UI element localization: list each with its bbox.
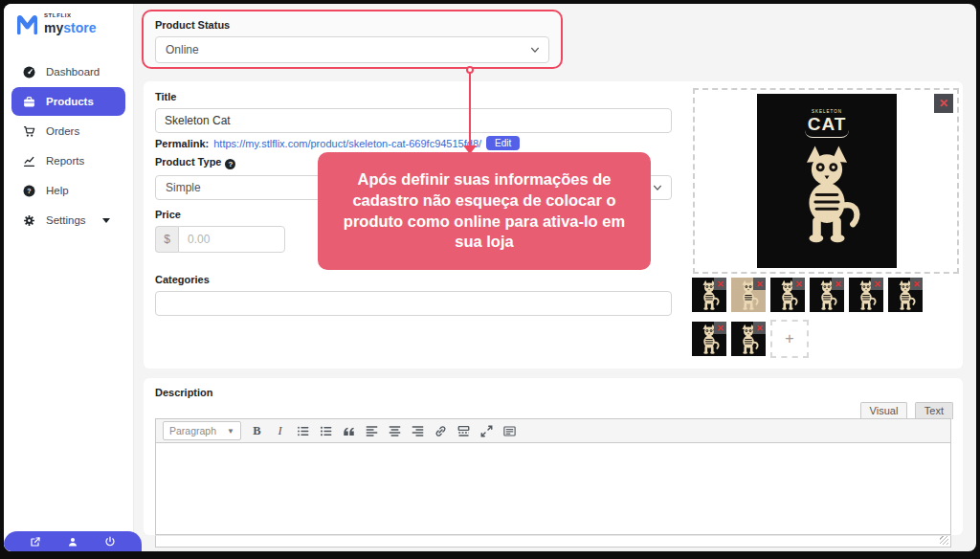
thumbnail-6[interactable]: ✕: [888, 278, 923, 312]
onboarding-callout: Após definir suas informações de cadastr…: [318, 152, 651, 270]
brand-name: mystore: [44, 20, 96, 35]
align-left-icon[interactable]: [365, 424, 379, 438]
remove-thumbnail-icon[interactable]: ✕: [753, 322, 766, 334]
sidebar-item-label: Products: [46, 96, 94, 107]
align-right-icon[interactable]: [411, 424, 425, 438]
remove-thumbnail-icon[interactable]: ✕: [910, 278, 923, 290]
edit-permalink-button[interactable]: Edit: [486, 136, 520, 150]
image-caption-big: CAT: [805, 114, 850, 138]
title-label: Title: [155, 91, 672, 102]
product-status-label: Product Status: [155, 19, 549, 31]
editor-tabs: Visual Text: [858, 401, 953, 419]
link-icon[interactable]: [434, 424, 448, 438]
remove-thumbnail-icon[interactable]: ✕: [792, 278, 805, 290]
sidebar-item-products[interactable]: Products: [11, 87, 125, 116]
price-group: $: [155, 226, 285, 253]
sidebar-item-dashboard[interactable]: Dashboard: [11, 57, 125, 86]
tab-text[interactable]: Text: [915, 402, 953, 419]
sidebar-item-label: Settings: [46, 214, 86, 226]
editor-statusbar: [155, 535, 951, 548]
thumbnail-2[interactable]: ✕: [731, 278, 766, 312]
main-image-frame: SKELETON CAT ✕: [693, 88, 959, 274]
chevron-down-icon: [530, 45, 540, 55]
remove-thumbnail-icon[interactable]: ✕: [753, 278, 766, 290]
categories-label: Categories: [155, 274, 672, 285]
toolbar-toggle-icon[interactable]: [502, 424, 517, 438]
currency-symbol: $: [155, 226, 178, 253]
price-label: Price: [155, 209, 285, 220]
reports-icon: [23, 155, 35, 168]
price-input[interactable]: [178, 226, 285, 253]
add-image-button[interactable]: +: [770, 320, 809, 358]
app-window: STLFLIX mystore Dashboard Products Order…: [4, 4, 976, 551]
tab-visual[interactable]: Visual: [860, 402, 908, 419]
description-textarea[interactable]: [155, 443, 951, 535]
categories-input[interactable]: [155, 291, 672, 316]
remove-thumbnail-icon[interactable]: ✕: [714, 322, 726, 334]
thumbnail-1[interactable]: ✕: [692, 278, 726, 312]
permalink-label: Permalink:: [155, 138, 209, 149]
sidebar-item-orders[interactable]: Orders: [11, 117, 125, 145]
permalink-link[interactable]: https://my.stlflix.com/product/skeleton-…: [213, 138, 481, 149]
user-icon[interactable]: [67, 536, 78, 548]
product-status-select[interactable]: Online: [155, 36, 549, 63]
power-icon[interactable]: [104, 536, 116, 548]
thumbnail-7[interactable]: ✕: [692, 322, 726, 356]
mystore-m-logo-icon: [15, 13, 39, 35]
sidebar-nav: Dashboard Products Orders Reports ? Help…: [11, 57, 125, 235]
sidebar-item-label: Orders: [46, 125, 79, 137]
main-product-image: SKELETON CAT: [757, 94, 897, 268]
session-toolbar: [4, 531, 142, 551]
remove-thumbnail-icon[interactable]: ✕: [871, 278, 883, 290]
editor-toolbar: Paragraph ▼ B I: [155, 418, 951, 443]
thumbnail-8[interactable]: ✕: [731, 322, 766, 356]
title-input[interactable]: [155, 108, 672, 133]
remove-thumbnail-icon[interactable]: ✕: [714, 278, 726, 290]
brand-stlflix: STLFLIX: [44, 12, 96, 18]
description-label: Description: [155, 387, 213, 398]
brand-logo[interactable]: STLFLIX mystore: [15, 12, 96, 35]
thumbnail-3[interactable]: ✕: [770, 278, 805, 312]
read-more-icon[interactable]: [457, 424, 471, 438]
align-center-icon[interactable]: [388, 424, 402, 438]
sidebar-item-reports[interactable]: Reports: [11, 146, 125, 175]
description-editor: Paragraph ▼ B I: [155, 418, 951, 529]
orders-icon: [23, 125, 35, 138]
product-status-value: Online: [166, 43, 199, 56]
sidebar-item-settings[interactable]: Settings: [11, 206, 125, 235]
callout-text: Após definir suas informações de cadastr…: [333, 169, 635, 253]
description-card: Description Visual Text Paragraph ▼ B I: [144, 378, 963, 535]
chevron-down-icon: [102, 218, 110, 223]
bold-button[interactable]: B: [250, 424, 264, 438]
svg-text:?: ?: [27, 188, 31, 194]
thumbnail-4[interactable]: ✕: [810, 278, 844, 312]
resize-handle[interactable]: [940, 536, 948, 545]
paragraph-select[interactable]: Paragraph ▼: [163, 421, 241, 440]
thumbnail-5[interactable]: ✕: [849, 278, 883, 312]
remove-main-image-button[interactable]: ✕: [934, 94, 953, 113]
blockquote-icon[interactable]: [342, 424, 356, 438]
sidebar-item-help[interactable]: ? Help: [11, 176, 125, 205]
dashboard-icon: [23, 66, 35, 78]
fullscreen-icon[interactable]: [479, 424, 494, 438]
chevron-down-icon: ▼: [227, 427, 234, 436]
sidebar-item-label: Help: [46, 185, 69, 196]
product-type-value: Simple: [166, 181, 201, 194]
skeleton-cat-image: [788, 144, 866, 243]
italic-button[interactable]: I: [273, 424, 287, 438]
chevron-down-icon: [653, 183, 662, 192]
sidebar-item-label: Dashboard: [46, 66, 100, 78]
settings-icon: [23, 214, 35, 227]
help-icon: ?: [23, 185, 35, 197]
callout-connector-line: [469, 73, 471, 147]
sidebar: STLFLIX mystore Dashboard Products Order…: [4, 4, 134, 551]
sidebar-item-label: Reports: [46, 155, 84, 167]
info-icon[interactable]: ?: [225, 159, 235, 169]
bulleted-list-icon[interactable]: [296, 424, 310, 438]
products-icon: [23, 96, 35, 108]
numbered-list-icon[interactable]: [319, 424, 333, 438]
remove-thumbnail-icon[interactable]: ✕: [832, 278, 844, 290]
external-link-icon[interactable]: [30, 536, 41, 548]
product-status-highlight: Product Status Online: [142, 10, 563, 69]
